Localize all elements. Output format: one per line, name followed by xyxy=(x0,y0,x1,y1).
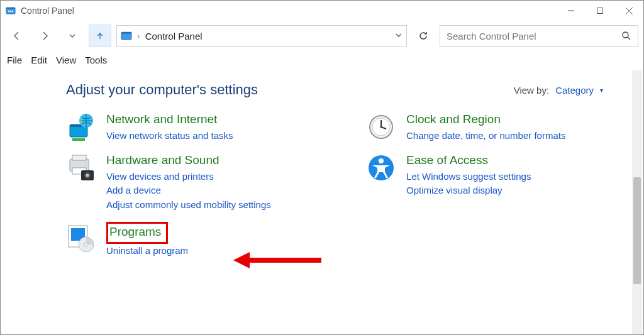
svg-rect-18 xyxy=(72,155,86,160)
view-by-label: View by: xyxy=(514,85,549,96)
search-input[interactable] xyxy=(447,31,616,41)
search-box[interactable] xyxy=(440,25,638,47)
window-title: Control Panel xyxy=(21,6,74,16)
recent-locations-button[interactable] xyxy=(61,25,84,47)
programs-highlight: Programs xyxy=(106,222,168,244)
category-hardware: Hardware and Sound View devices and prin… xyxy=(66,153,328,212)
titlebar: Control Panel xyxy=(1,1,643,21)
category-title[interactable]: Network and Internet xyxy=(106,112,233,128)
globe-monitor-icon xyxy=(66,112,96,142)
menu-view[interactable]: View xyxy=(56,55,76,65)
chevron-down-icon: ▾ xyxy=(600,87,603,94)
svg-rect-1 xyxy=(6,8,15,9)
link-devices-printers[interactable]: View devices and printers xyxy=(106,170,271,184)
control-panel-mini-icon xyxy=(121,30,132,41)
refresh-button[interactable] xyxy=(412,25,435,47)
view-by-control[interactable]: View by: Category ▾ xyxy=(514,85,603,96)
search-icon xyxy=(621,31,631,41)
category-clock: Clock and Region Change date, time, or n… xyxy=(366,112,628,143)
svg-rect-6 xyxy=(597,8,603,14)
svg-point-33 xyxy=(379,158,384,163)
svg-marker-35 xyxy=(233,252,250,268)
svg-point-22 xyxy=(86,174,89,177)
scrollbar[interactable] xyxy=(632,70,642,334)
link-network-status[interactable]: View network status and tasks xyxy=(106,129,233,143)
category-title[interactable]: Ease of Access xyxy=(406,153,531,168)
forward-button[interactable] xyxy=(33,25,56,47)
close-button[interactable] xyxy=(614,1,643,21)
annotation-arrow xyxy=(233,251,321,270)
menu-file[interactable]: File xyxy=(7,55,22,65)
menu-tools[interactable]: Tools xyxy=(85,55,107,65)
svg-point-3 xyxy=(10,11,11,12)
link-date-formats[interactable]: Change date, time, or number formats xyxy=(406,129,565,143)
maximize-button[interactable] xyxy=(586,1,614,21)
svg-line-12 xyxy=(628,37,630,40)
control-panel-icon xyxy=(6,6,16,16)
link-add-device[interactable]: Add a device xyxy=(106,184,271,198)
svg-point-4 xyxy=(12,11,13,12)
programs-disc-icon xyxy=(66,222,96,252)
link-uninstall-program[interactable]: Uninstall a program xyxy=(106,244,188,258)
clock-icon xyxy=(366,112,396,142)
svg-point-31 xyxy=(380,126,382,128)
svg-point-2 xyxy=(8,11,9,12)
view-by-value[interactable]: Category xyxy=(555,85,594,96)
address-bar[interactable]: › Control Panel xyxy=(116,25,407,47)
category-network: Network and Internet View network status… xyxy=(66,112,328,143)
back-button[interactable] xyxy=(6,25,28,47)
page-title: Adjust your computer's settings xyxy=(66,82,258,98)
menu-edit[interactable]: Edit xyxy=(31,55,47,65)
svg-point-11 xyxy=(623,32,628,38)
scrollbar-thumb[interactable] xyxy=(633,177,641,284)
up-button[interactable] xyxy=(89,25,111,47)
accessibility-icon xyxy=(366,153,396,183)
category-title[interactable]: Clock and Region xyxy=(406,112,565,128)
svg-rect-15 xyxy=(72,138,85,141)
link-mobility-settings[interactable]: Adjust commonly used mobility settings xyxy=(106,198,271,212)
link-optimize-display[interactable]: Optimize visual display xyxy=(406,184,531,198)
link-suggest-settings[interactable]: Let Windows suggest settings xyxy=(406,170,531,184)
breadcrumb-sep-icon: › xyxy=(137,31,140,41)
address-dropdown-icon[interactable] xyxy=(395,31,402,41)
minimize-button[interactable] xyxy=(557,1,586,21)
category-title[interactable]: Hardware and Sound xyxy=(106,153,271,168)
category-ease-of-access: Ease of Access Let Windows suggest setti… xyxy=(366,153,628,198)
toolbar: › Control Panel xyxy=(1,21,643,51)
printer-camera-icon xyxy=(66,153,96,183)
content-area: Adjust your computer's settings View by:… xyxy=(1,70,643,258)
menu-bar: File Edit View Tools xyxy=(1,51,643,70)
svg-rect-10 xyxy=(121,32,131,33)
window-controls xyxy=(557,1,643,21)
breadcrumb-location[interactable]: Control Panel xyxy=(145,31,203,41)
category-title[interactable]: Programs xyxy=(109,224,161,240)
